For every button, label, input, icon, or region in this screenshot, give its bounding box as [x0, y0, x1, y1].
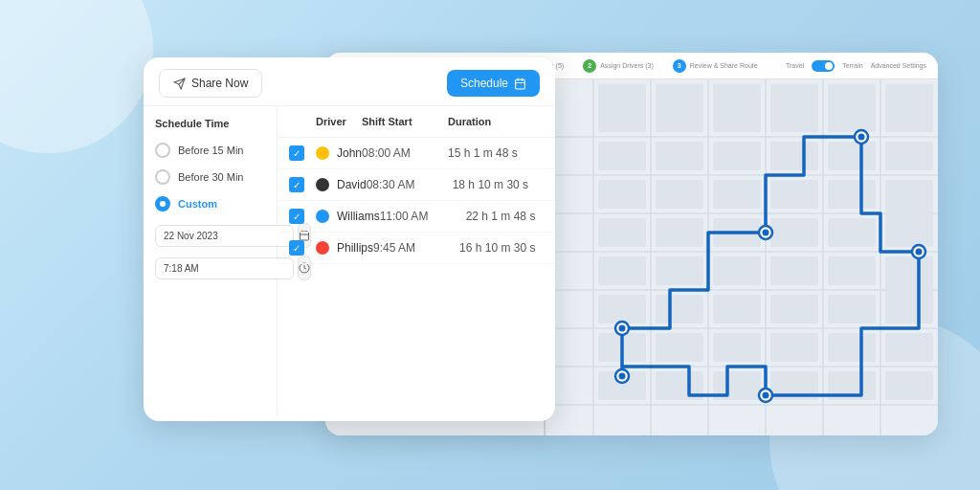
duration-williams: 22 h 1 m 48 s [466, 210, 555, 223]
svg-rect-35 [828, 218, 876, 247]
svg-rect-74 [516, 79, 525, 89]
schedule-time-title: Schedule Time [155, 118, 265, 129]
svg-point-67 [916, 249, 923, 256]
svg-rect-17 [770, 84, 818, 132]
svg-rect-36 [885, 180, 933, 247]
radio-label-custom: Custom [178, 198, 217, 210]
driver-dot-phillips [316, 241, 329, 255]
svg-rect-41 [828, 256, 876, 285]
svg-rect-38 [656, 256, 703, 285]
schedule-icon [514, 78, 526, 90]
step-3-num: 3 [673, 59, 686, 73]
time-sidebar: Schedule Time Before 15 Min Before 30 Mi… [144, 106, 278, 417]
svg-rect-49 [656, 333, 703, 362]
checkbox-phillips[interactable]: ✓ [289, 240, 304, 256]
svg-rect-21 [656, 142, 703, 170]
radio-circle-before-30 [155, 169, 170, 185]
schedule-button[interactable]: Schedule [447, 70, 540, 97]
svg-rect-50 [713, 333, 761, 362]
svg-rect-47 [828, 295, 876, 323]
svg-rect-22 [713, 142, 761, 170]
svg-rect-42 [885, 256, 933, 323]
driver-dot-john [316, 146, 329, 160]
table-body: ✓ John 08:00 AM 15 h 1 m 48 s ✓ David [278, 138, 555, 414]
svg-rect-59 [885, 371, 933, 400]
svg-rect-51 [770, 333, 818, 362]
svg-rect-15 [656, 84, 703, 132]
duration-phillips: 16 h 10 m 30 s [459, 241, 555, 255]
duration-david: 18 h 10 m 30 s [453, 178, 548, 191]
step-2: 2 Assign Drivers (3) [583, 59, 654, 73]
table-row: ✓ David 08:30 AM 18 h 10 m 30 s [278, 169, 555, 201]
terrain-label: Terrain [842, 62, 862, 69]
svg-point-61 [619, 373, 626, 380]
checkbox-williams[interactable]: ✓ [289, 209, 304, 224]
share-now-button[interactable]: Share Now [159, 69, 262, 98]
svg-rect-34 [770, 218, 818, 247]
svg-rect-32 [656, 218, 703, 247]
svg-rect-28 [713, 180, 761, 209]
svg-rect-16 [713, 84, 761, 132]
date-input[interactable] [155, 225, 294, 247]
svg-rect-37 [598, 256, 646, 285]
driver-name-williams: Williams [337, 210, 380, 223]
shift-start-david: 08:30 AM [367, 178, 453, 191]
svg-rect-30 [828, 180, 876, 209]
step-3-label: Review & Share Route [690, 62, 758, 69]
shift-start-williams: 11:00 AM [380, 210, 466, 223]
svg-rect-40 [770, 256, 818, 285]
svg-rect-27 [656, 180, 703, 209]
driver-cell-david: David [316, 178, 367, 191]
svg-rect-24 [828, 142, 876, 170]
radio-before-15[interactable]: Before 15 Min [155, 143, 265, 158]
table-row: ✓ John 08:00 AM 15 h 1 m 48 s [278, 138, 555, 169]
svg-rect-23 [770, 142, 818, 170]
driver-name-john: John [337, 146, 362, 160]
shift-start-phillips: 9:45 AM [373, 241, 459, 255]
share-icon [173, 78, 186, 90]
checkbox-john[interactable]: ✓ [289, 145, 304, 161]
step-2-label: Assign Drivers (3) [600, 62, 654, 69]
svg-rect-44 [656, 295, 703, 323]
svg-rect-26 [598, 180, 646, 209]
svg-rect-25 [885, 142, 933, 170]
date-input-row [155, 223, 265, 248]
svg-point-71 [619, 325, 626, 332]
map-header-right: Travel Terrain Advanced Settings [786, 60, 926, 72]
driver-table: Driver Shift Start Duration ✓ John 08:00… [278, 106, 555, 417]
svg-point-65 [858, 134, 865, 141]
bg-blob-top-left [0, 0, 153, 153]
radio-circle-custom [155, 196, 170, 212]
driver-cell-phillips: Phillips [316, 241, 373, 255]
svg-rect-14 [598, 84, 646, 132]
radio-before-30[interactable]: Before 30 Min [155, 169, 265, 185]
driver-cell-williams: Williams [316, 210, 380, 223]
panel-body: Schedule Time Before 15 Min Before 30 Mi… [144, 106, 555, 417]
table-row: ✓ Williams 11:00 AM 22 h 1 m 48 s [278, 201, 555, 233]
checkbox-david[interactable]: ✓ [289, 177, 304, 192]
svg-rect-46 [770, 295, 818, 323]
schedule-panel: Share Now Schedule Schedule Time Before … [144, 57, 555, 421]
col-driver: Driver [316, 116, 362, 127]
panel-header: Share Now Schedule [144, 57, 555, 106]
svg-rect-45 [713, 295, 761, 323]
col-shift-start: Shift Start [362, 116, 448, 127]
svg-point-63 [763, 230, 769, 236]
radio-circle-before-15 [155, 143, 170, 158]
svg-rect-43 [598, 295, 646, 323]
col-duration: Duration [448, 116, 544, 127]
driver-name-david: David [337, 178, 367, 191]
advanced-settings-link[interactable]: Advanced Settings [871, 62, 926, 69]
step-2-num: 2 [583, 59, 596, 73]
driver-name-phillips: Phillips [337, 241, 373, 255]
svg-rect-19 [885, 84, 933, 132]
terrain-toggle[interactable] [812, 60, 835, 72]
svg-rect-31 [598, 218, 646, 247]
time-input-row [155, 256, 265, 280]
radio-custom[interactable]: Custom [155, 196, 265, 212]
time-input[interactable] [155, 257, 294, 279]
svg-rect-39 [713, 256, 761, 285]
svg-rect-29 [770, 180, 818, 209]
radio-label-before-30: Before 30 Min [178, 171, 243, 183]
schedule-btn-label: Schedule [460, 77, 508, 90]
